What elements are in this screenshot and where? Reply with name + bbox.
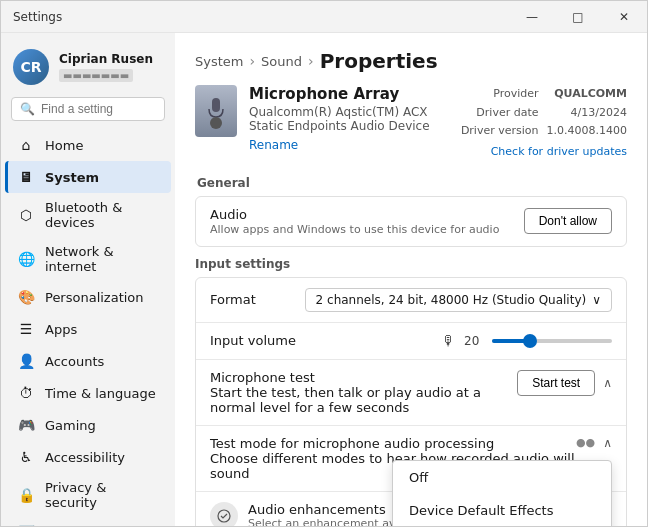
personalization-icon: 🎨	[17, 288, 35, 306]
audio-card: Audio Allow apps and Windows to use this…	[195, 196, 627, 247]
input-settings-card: Format 2 channels, 24 bit, 48000 Hz (Stu…	[195, 277, 627, 526]
dropdown-device-default-label: Device Default Effects	[409, 503, 553, 518]
accessibility-icon: ♿	[17, 448, 35, 466]
sidebar-item-label-time: Time & language	[45, 386, 156, 401]
sidebar-item-accounts[interactable]: 👤 Accounts	[5, 345, 171, 377]
sidebar-item-privacy[interactable]: 🔒 Privacy & security	[5, 473, 171, 517]
chevron-down-icon: ∨	[592, 293, 601, 307]
format-label: Format	[210, 292, 256, 307]
input-settings-label: Input settings	[195, 257, 627, 271]
driver-info: Provider QUALCOMM Driver date 4/13/2024 …	[461, 85, 627, 162]
audio-row: Audio Allow apps and Windows to use this…	[196, 197, 626, 246]
breadcrumb-system[interactable]: System	[195, 54, 243, 69]
rename-link[interactable]: Rename	[249, 138, 298, 152]
sidebar-item-gaming[interactable]: 🎮 Gaming	[5, 409, 171, 441]
sidebar-item-label-bluetooth: Bluetooth & devices	[45, 200, 159, 230]
apps-icon: ☰	[17, 320, 35, 338]
maximize-button[interactable]: □	[555, 1, 601, 33]
settings-window: Settings — □ ✕ CR Ciprian Rusen ▬▬▬▬▬▬▬ …	[0, 0, 648, 527]
titlebar: Settings — □ ✕	[1, 1, 647, 33]
sidebar-item-label-apps: Apps	[45, 322, 77, 337]
sidebar-item-network[interactable]: 🌐 Network & internet	[5, 237, 171, 281]
general-section-label: General	[195, 176, 627, 190]
volume-slider[interactable]	[492, 339, 612, 343]
accounts-icon: 👤	[17, 352, 35, 370]
slider-fill	[492, 339, 526, 343]
user-section: CR Ciprian Rusen ▬▬▬▬▬▬▬	[1, 41, 175, 97]
breadcrumb-sound[interactable]: Sound	[261, 54, 302, 69]
system-icon: 🖥	[17, 168, 35, 186]
sidebar-item-label-accounts: Accounts	[45, 354, 104, 369]
mic-test-expand-icon[interactable]: ∧	[603, 376, 612, 390]
sidebar-item-label-gaming: Gaming	[45, 418, 96, 433]
audio-title: Audio	[210, 207, 499, 222]
dont-allow-button[interactable]: Don't allow	[524, 208, 612, 234]
breadcrumb-current: Properties	[320, 49, 438, 73]
sidebar-item-label-update: Windows Update	[45, 526, 154, 527]
update-icon: 🔄	[17, 524, 35, 526]
sidebar-item-system[interactable]: 🖥 System	[5, 161, 171, 193]
search-input[interactable]	[41, 102, 175, 116]
user-name: Ciprian Rusen	[59, 52, 153, 68]
sidebar-item-label-home: Home	[45, 138, 83, 153]
sidebar-item-label-accessibility: Accessibility	[45, 450, 125, 465]
sidebar-item-label-personalization: Personalization	[45, 290, 144, 305]
check-driver-link[interactable]: Check for driver updates	[491, 145, 627, 158]
mic-test-desc: Start the test, then talk or play audio …	[210, 385, 517, 415]
breadcrumb-sep-2: ›	[308, 53, 314, 69]
audio-mode-title: Test mode for microphone audio processin…	[210, 436, 576, 451]
svg-point-3	[218, 510, 230, 522]
sidebar-item-label-privacy: Privacy & security	[45, 480, 159, 510]
audio-desc: Allow apps and Windows to use this devic…	[210, 223, 499, 236]
driver-version-value: 1.0.4008.1400	[547, 122, 627, 141]
device-name: Microphone Array	[249, 85, 449, 103]
sidebar-item-label-network: Network & internet	[45, 244, 159, 274]
volume-row: Input volume 🎙 20	[196, 322, 626, 359]
audio-mode-dots: ●●	[576, 436, 595, 449]
provider-label: Provider	[461, 85, 539, 104]
provider-value: QUALCOMM	[547, 85, 627, 104]
format-value: 2 channels, 24 bit, 48000 Hz (Studio Qua…	[316, 293, 587, 307]
sidebar-item-accessibility[interactable]: ♿ Accessibility	[5, 441, 171, 473]
sidebar-item-personalization[interactable]: 🎨 Personalization	[5, 281, 171, 313]
start-test-button[interactable]: Start test	[517, 370, 595, 396]
format-dropdown[interactable]: 2 channels, 24 bit, 48000 Hz (Studio Qua…	[305, 288, 612, 312]
volume-controls: 🎙 20	[442, 333, 612, 349]
sidebar: CR Ciprian Rusen ▬▬▬▬▬▬▬ 🔍 ⌂ Home 🖥 Syst…	[1, 33, 175, 526]
device-icon	[195, 85, 237, 137]
volume-label: Input volume	[210, 333, 296, 348]
driver-version-label: Driver version	[461, 122, 539, 141]
format-row: Format 2 channels, 24 bit, 48000 Hz (Stu…	[196, 278, 626, 322]
dropdown-item-device-default[interactable]: Device Default Effects	[393, 494, 611, 526]
sidebar-item-bluetooth[interactable]: ⬡ Bluetooth & devices	[5, 193, 171, 237]
device-header: Microphone Array Qualcomm(R) Aqstic(TM) …	[195, 85, 627, 162]
search-icon: 🔍	[20, 102, 35, 116]
audio-mode-dropdown: Off Device Default Effects Microsoft Win…	[392, 460, 612, 526]
user-account-badge: ▬▬▬▬▬▬▬	[59, 69, 133, 82]
bluetooth-icon: ⬡	[17, 206, 35, 224]
microphone-icon: 🎙	[442, 333, 456, 349]
slider-thumb[interactable]	[523, 334, 537, 348]
driver-date-value: 4/13/2024	[547, 104, 627, 123]
breadcrumb-sep-1: ›	[249, 53, 255, 69]
sidebar-item-update[interactable]: 🔄 Windows Update	[5, 517, 171, 526]
device-desc: Qualcomm(R) Aqstic(TM) ACX Static Endpoi…	[249, 105, 449, 133]
sidebar-item-home[interactable]: ⌂ Home	[5, 129, 171, 161]
volume-number: 20	[464, 334, 484, 348]
mic-test-title: Microphone test	[210, 370, 517, 385]
close-button[interactable]: ✕	[601, 1, 647, 33]
audio-mode-row: Test mode for microphone audio processin…	[196, 425, 626, 491]
content-area: CR Ciprian Rusen ▬▬▬▬▬▬▬ 🔍 ⌂ Home 🖥 Syst…	[1, 33, 647, 526]
svg-rect-0	[212, 98, 220, 112]
breadcrumb: System › Sound › Properties	[195, 49, 627, 73]
sidebar-item-time[interactable]: ⏱ Time & language	[5, 377, 171, 409]
enhancements-icon	[210, 502, 238, 526]
avatar[interactable]: CR	[13, 49, 49, 85]
window-title: Settings	[13, 10, 62, 24]
sidebar-item-label-system: System	[45, 170, 99, 185]
dropdown-item-off[interactable]: Off	[393, 461, 611, 494]
audio-mode-expand-icon[interactable]: ∧	[603, 436, 612, 450]
privacy-icon: 🔒	[17, 486, 35, 504]
minimize-button[interactable]: —	[509, 1, 555, 33]
sidebar-item-apps[interactable]: ☰ Apps	[5, 313, 171, 345]
